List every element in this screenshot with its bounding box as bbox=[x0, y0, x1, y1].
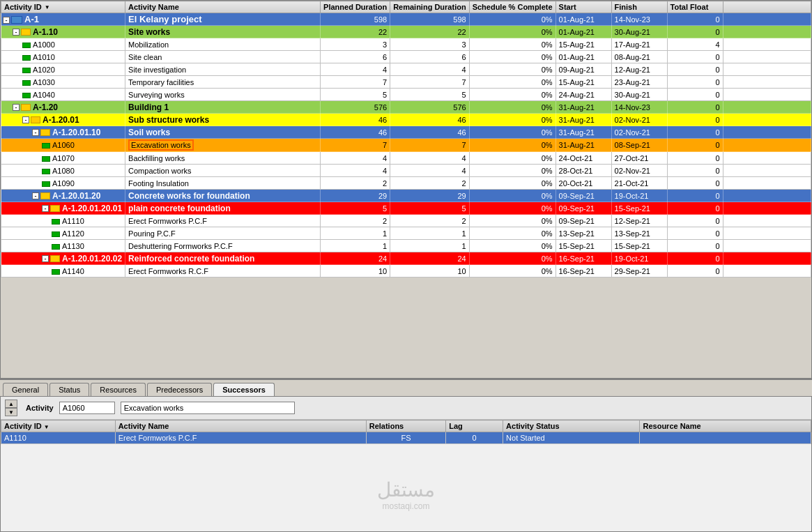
expand-icon[interactable]: - bbox=[3, 17, 10, 24]
table-row[interactable]: -A-1.20.01Sub structure works46460%31-Au… bbox=[1, 114, 811, 126]
tab-status[interactable]: Status bbox=[49, 383, 89, 396]
col-header-activity-id[interactable]: Activity ID ▼ bbox=[1, 1, 125, 13]
cell-2: 46 bbox=[321, 126, 390, 139]
cell-7: 0 bbox=[667, 265, 723, 278]
table-row[interactable]: -A-1El Kelany project5985980%01-Aug-2114… bbox=[1, 13, 811, 26]
cell-4: 0% bbox=[469, 101, 556, 114]
cell-5: 31-Aug-21 bbox=[556, 139, 611, 152]
bottom-cell-2: FS bbox=[366, 432, 446, 444]
activity-id-value: A1060 bbox=[52, 141, 75, 149]
activity-name-value: Surveying works bbox=[128, 91, 185, 99]
table-row[interactable]: A1020Site investigation440%09-Aug-2112-A… bbox=[1, 63, 811, 76]
cell-7: 0 bbox=[667, 252, 723, 265]
cell-1: Temporary facilities bbox=[125, 76, 321, 89]
cell-7: 0 bbox=[667, 190, 723, 202]
table-row[interactable]: A1010Site clean660%01-Aug-2108-Aug-210 bbox=[1, 51, 811, 63]
cell-3: 7 bbox=[390, 76, 470, 89]
table-row[interactable]: A1000Mobilization330%15-Aug-2117-Aug-214 bbox=[1, 38, 811, 51]
col-header-planned[interactable]: Planned Duration bbox=[321, 1, 390, 13]
table-row[interactable]: A1060Excavation works770%31-Aug-2108-Sep… bbox=[1, 139, 811, 152]
cell-4: 0% bbox=[469, 26, 556, 38]
cell-2: 24 bbox=[321, 252, 390, 265]
tab-successors[interactable]: Successors bbox=[213, 383, 275, 396]
table-row[interactable]: A1090Footing Insulation220%20-Oct-2121-O… bbox=[1, 177, 811, 190]
cell-0: A1070 bbox=[1, 152, 125, 165]
cell-8 bbox=[723, 76, 811, 89]
col-header-schedule[interactable]: Schedule % Complete bbox=[469, 1, 556, 13]
table-row[interactable]: A1120Pouring P.C.F110%13-Sep-2113-Sep-21… bbox=[1, 227, 811, 240]
cell-3: 5 bbox=[390, 89, 470, 101]
expand-icon[interactable]: - bbox=[13, 29, 20, 36]
cell-1: Site investigation bbox=[125, 63, 321, 76]
cell-1: Sub structure works bbox=[125, 114, 321, 126]
cell-2: 22 bbox=[321, 26, 390, 38]
table-row[interactable]: A1110Erect Formworks P.C.F220%09-Sep-211… bbox=[1, 215, 811, 227]
cell-3: 576 bbox=[390, 101, 470, 114]
bottom-col-header-2[interactable]: Relations bbox=[366, 420, 446, 432]
table-row[interactable]: -A-1.20.01.20.01plain concrete foundatio… bbox=[1, 202, 811, 215]
bottom-col-header-5[interactable]: Resource Name bbox=[640, 420, 811, 432]
cell-7: 0 bbox=[667, 202, 723, 215]
cell-2: 6 bbox=[321, 51, 390, 63]
cell-7: 0 bbox=[667, 101, 723, 114]
expand-icon[interactable]: - bbox=[32, 192, 39, 199]
table-row[interactable]: A1080Compaction works440%28-Oct-2102-Nov… bbox=[1, 165, 811, 177]
bottom-table-row[interactable]: A1110Erect Formworks P.C.FFS0Not Started bbox=[1, 432, 811, 444]
table-row[interactable]: A1130Deshuttering Formworks P.C.F110%15-… bbox=[1, 240, 811, 252]
table-row[interactable]: -A-1.20Building 15765760%31-Aug-2114-Nov… bbox=[1, 101, 811, 114]
cell-5: 15-Aug-21 bbox=[556, 76, 611, 89]
expand-icon[interactable]: - bbox=[42, 205, 49, 212]
cell-7: 0 bbox=[667, 177, 723, 190]
cell-7: 4 bbox=[667, 38, 723, 51]
table-row[interactable]: A1070Backfilling works440%24-Oct-2127-Oc… bbox=[1, 152, 811, 165]
cell-1: Surveying works bbox=[125, 89, 321, 101]
table-row[interactable]: -A-1.20.01.10Soil works46460%31-Aug-2102… bbox=[1, 126, 811, 139]
expand-icon[interactable]: - bbox=[32, 129, 39, 136]
cell-0: -A-1.20.01 bbox=[1, 114, 125, 126]
cell-0: -A-1.10 bbox=[1, 26, 125, 38]
expand-icon[interactable]: - bbox=[13, 104, 20, 111]
cell-1: Erect Formworks R.C.F bbox=[125, 265, 321, 278]
nav-up[interactable]: ▲ bbox=[5, 400, 17, 408]
activity-id-field[interactable] bbox=[59, 402, 115, 414]
cell-5: 15-Sep-21 bbox=[556, 240, 611, 252]
table-row[interactable]: A1030Temporary facilities770%15-Aug-2123… bbox=[1, 76, 811, 89]
cell-2: 576 bbox=[321, 101, 390, 114]
bottom-table-container: Activity ID ▼Activity NameRelationsLagAc… bbox=[1, 420, 811, 531]
col-header-activity-name[interactable]: Activity Name bbox=[125, 1, 321, 13]
cell-3: 46 bbox=[390, 126, 470, 139]
table-row[interactable]: A1140Erect Formworks R.C.F10100%16-Sep-2… bbox=[1, 265, 811, 278]
bottom-col-header-1[interactable]: Activity Name bbox=[115, 420, 366, 432]
tab-resources[interactable]: Resources bbox=[91, 383, 146, 396]
activity-name-value: Site works bbox=[128, 27, 170, 37]
cell-6: 02-Nov-21 bbox=[611, 165, 667, 177]
table-row[interactable]: -A-1.20.01.20Concrete works for foundati… bbox=[1, 190, 811, 202]
col-header-finish[interactable]: Finish bbox=[611, 1, 667, 13]
tab-predecessors[interactable]: Predecessors bbox=[147, 383, 212, 396]
col-header-total-float[interactable]: Total Float bbox=[667, 1, 723, 13]
cell-6: 12-Sep-21 bbox=[611, 215, 667, 227]
activity-name-value: Backfilling works bbox=[128, 154, 185, 162]
cell-2: 2 bbox=[321, 215, 390, 227]
table-row[interactable]: -A-1.20.01.20.02Reinforced concrete foun… bbox=[1, 252, 811, 265]
cell-7: 0 bbox=[667, 240, 723, 252]
cell-3: 29 bbox=[390, 190, 470, 202]
nav-arrows[interactable]: ▲ ▼ bbox=[5, 400, 17, 416]
tab-general[interactable]: General bbox=[3, 383, 48, 396]
table-row[interactable]: A1040Surveying works550%24-Aug-2130-Aug-… bbox=[1, 89, 811, 101]
bottom-col-header-3[interactable]: Lag bbox=[446, 420, 503, 432]
bottom-col-header-4[interactable]: Activity Status bbox=[503, 420, 640, 432]
col-header-remaining[interactable]: Remaining Duration bbox=[390, 1, 470, 13]
col-header-start[interactable]: Start bbox=[556, 1, 611, 13]
expand-icon[interactable]: - bbox=[42, 255, 49, 262]
activity-id-value: A1090 bbox=[52, 179, 75, 188]
activity-id-value: A1080 bbox=[52, 167, 75, 175]
nav-down[interactable]: ▼ bbox=[5, 408, 17, 416]
bottom-col-header-0[interactable]: Activity ID ▼ bbox=[1, 420, 116, 432]
expand-icon[interactable]: - bbox=[22, 116, 29, 123]
sort-icon: ▼ bbox=[45, 4, 50, 10]
table-row[interactable]: -A-1.10Site works22220%01-Aug-2130-Aug-2… bbox=[1, 26, 811, 38]
activity-name-field[interactable] bbox=[121, 402, 295, 414]
cell-1: Reinforced concrete foundation bbox=[125, 252, 321, 265]
cell-5: 31-Aug-21 bbox=[556, 126, 611, 139]
